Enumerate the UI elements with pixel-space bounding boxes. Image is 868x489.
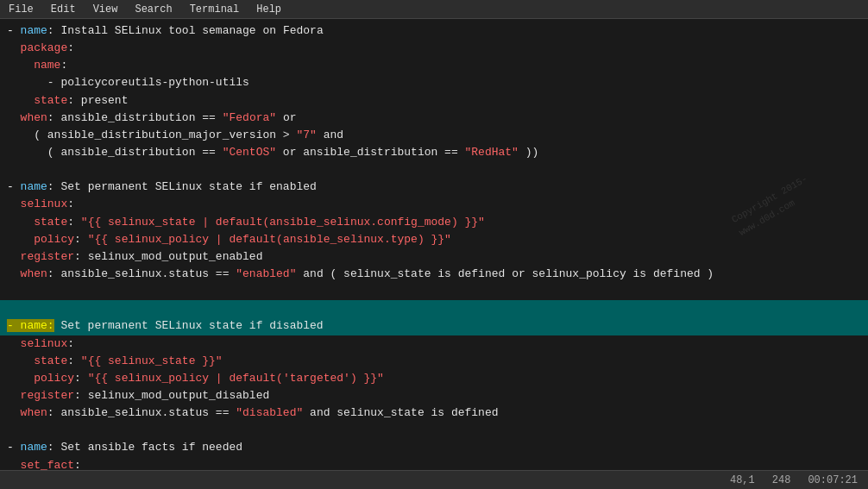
line-7: ( ansible_distribution_major_version > "… (0, 127, 868, 144)
clock: 00:07:21 (808, 474, 858, 486)
line-6: when: ansible_distribution == "Fedora" o… (0, 110, 868, 127)
app-window: File Edit View Search Terminal Help Copy… (0, 0, 868, 489)
line-22: when: ansible_selinux.status == "disable… (0, 404, 868, 422)
line-18: selinux: (0, 335, 868, 353)
line-8: ( ansible_distribution == "CentOS" or an… (0, 144, 868, 161)
line-19: state: "{{ selinux_state }}" (0, 353, 868, 370)
line-20: policy: "{{ selinux_policy | default('ta… (0, 370, 868, 387)
line-15: when: ansible_selinux.status == "enabled… (0, 266, 868, 283)
line-5: state: present (0, 92, 868, 110)
line-11: selinux: (0, 196, 868, 213)
line-23 (0, 422, 868, 439)
statusbar: 48,1 248 00:07:21 (0, 470, 868, 489)
line-count: 248 (772, 474, 791, 486)
line-21: register: selinux_mod_output_disabled (0, 387, 868, 404)
line-13: policy: "{{ selinux_policy | default(ans… (0, 231, 868, 248)
line-14: register: selinux_mod_output_enabled (0, 248, 868, 266)
menubar: File Edit View Search Terminal Help (0, 0, 868, 19)
editor-area[interactable]: Copyright 2015-www.d0d.com - name: Insta… (0, 19, 868, 470)
line-24: - name: Set ansible facts if needed (0, 439, 868, 456)
line-12: state: "{{ selinux_state | default(ansib… (0, 214, 868, 231)
line-10: - name: Set permanent SELinux state if e… (0, 179, 868, 196)
menu-file[interactable]: File (3, 3, 39, 16)
menu-help[interactable]: Help (251, 3, 286, 16)
menu-edit[interactable]: Edit (46, 3, 81, 16)
menu-view[interactable]: View (88, 3, 123, 16)
line-1: - name: Install SELinux tool semanage on… (0, 22, 868, 40)
line-3: name: (0, 57, 868, 74)
line-16 (0, 283, 868, 300)
line-4: - policycoreutils-python-utils (0, 74, 868, 91)
line-2: package: (0, 40, 868, 57)
menu-terminal[interactable]: Terminal (185, 3, 245, 16)
cursor-position: 48,1 (730, 474, 755, 486)
line-25: set_fact: (0, 457, 868, 470)
menu-search[interactable]: Search (129, 3, 177, 16)
line-17: - name: Set permanent SELinux state if d… (0, 300, 868, 335)
line-9 (0, 161, 868, 179)
